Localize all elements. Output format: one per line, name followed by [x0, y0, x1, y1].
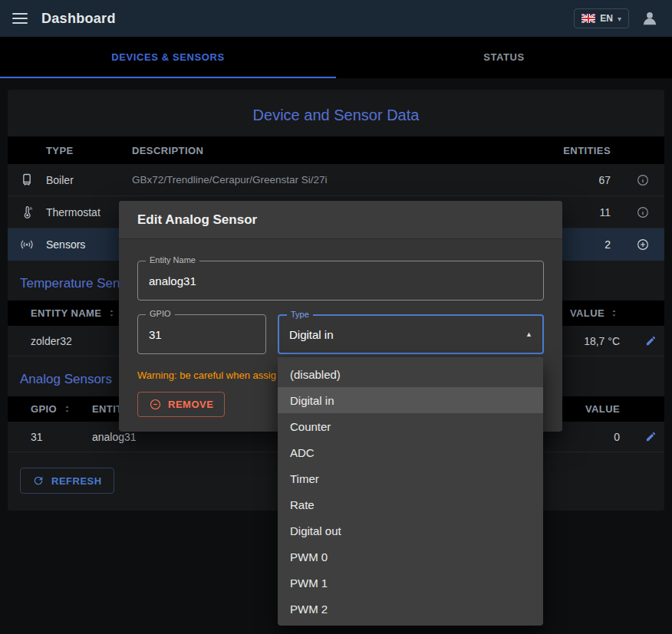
remove-icon	[149, 398, 162, 411]
table-row-boiler[interactable]: Boiler GBx72/Trendline/Cerapur/Greenstar…	[8, 164, 664, 196]
refresh-icon	[32, 475, 44, 487]
type-label: Type	[287, 310, 313, 319]
tab-bar: DEVICES & SENSORS STATUS	[0, 37, 672, 78]
col-entities: ENTITIES	[545, 145, 621, 156]
chevron-down-icon: ▾	[618, 15, 621, 23]
app-bar-right: EN ▾	[574, 8, 660, 28]
entity-name-label: Entity Name	[146, 255, 199, 264]
entity-name-input[interactable]	[149, 274, 532, 287]
dropdown-option-counter[interactable]: Counter	[278, 413, 543, 439]
col-gpio[interactable]: GPIO	[8, 403, 92, 415]
app-title: Dashboard	[41, 11, 116, 27]
language-label: EN	[600, 13, 613, 24]
gpio-input[interactable]	[149, 328, 255, 341]
account-icon[interactable]	[640, 8, 660, 28]
type-select[interactable]: Type Digital in ▲	[278, 314, 544, 354]
edit-icon[interactable]	[628, 335, 664, 347]
dropdown-option-rate[interactable]: Rate	[278, 491, 543, 517]
dropdown-option-pwm1[interactable]: PWM 1	[278, 570, 543, 596]
type-value: Digital in	[289, 328, 334, 341]
page-title: Device and Sensor Data	[8, 90, 664, 136]
gpio-field[interactable]: GPIO	[137, 314, 266, 354]
menu-icon[interactable]	[12, 13, 28, 24]
dropdown-option-pwm2[interactable]: PWM 2	[278, 596, 543, 622]
info-icon[interactable]	[621, 173, 664, 187]
dropdown-arrow-icon: ▲	[525, 330, 532, 338]
col-description: DESCRIPTION	[132, 145, 545, 156]
language-selector[interactable]: EN ▾	[574, 8, 629, 28]
app-bar: Dashboard EN ▾	[0, 0, 672, 37]
dialog-title: Edit Analog Sensor	[119, 201, 562, 239]
sort-icon[interactable]	[61, 403, 73, 415]
entity-name-field[interactable]: Entity Name	[137, 261, 544, 301]
refresh-button[interactable]: REFRESH	[20, 468, 114, 494]
gpio-label: GPIO	[146, 309, 175, 318]
dropdown-option-pwm0[interactable]: PWM 0	[278, 544, 543, 570]
dropdown-option-timer[interactable]: Timer	[278, 465, 543, 491]
sensors-icon	[8, 237, 46, 252]
sort-icon[interactable]	[106, 307, 117, 319]
sort-icon[interactable]	[608, 307, 620, 319]
boiler-icon	[8, 172, 46, 188]
tab-devices-sensors[interactable]: DEVICES & SENSORS	[0, 37, 336, 78]
type-dropdown-menu: (disabled) Digital in Counter ADC Timer …	[278, 357, 543, 626]
dropdown-option-digital-out[interactable]: Digital out	[278, 517, 543, 544]
devices-table-header: TYPE DESCRIPTION ENTITIES	[8, 136, 664, 164]
add-entity-icon[interactable]	[621, 238, 664, 251]
tab-status[interactable]: STATUS	[336, 37, 672, 78]
edit-icon[interactable]	[628, 431, 664, 442]
info-icon[interactable]	[621, 205, 664, 219]
col-type: TYPE	[46, 145, 132, 156]
device-description: GBx72/Trendline/Cerapur/Greenstar Si/27i	[132, 174, 545, 186]
dropdown-option-disabled[interactable]: (disabled)	[278, 361, 543, 387]
uk-flag-icon	[581, 14, 595, 23]
remove-button[interactable]: REMOVE	[137, 392, 225, 417]
dropdown-option-adc[interactable]: ADC	[278, 439, 543, 465]
device-entities: 67	[545, 174, 621, 186]
thermostat-icon: A	[8, 205, 46, 220]
dropdown-option-digital-in[interactable]: Digital in	[278, 387, 543, 413]
svg-text:A: A	[29, 205, 32, 210]
device-type: Boiler	[46, 174, 132, 186]
sensor-gpio: 31	[8, 431, 92, 443]
